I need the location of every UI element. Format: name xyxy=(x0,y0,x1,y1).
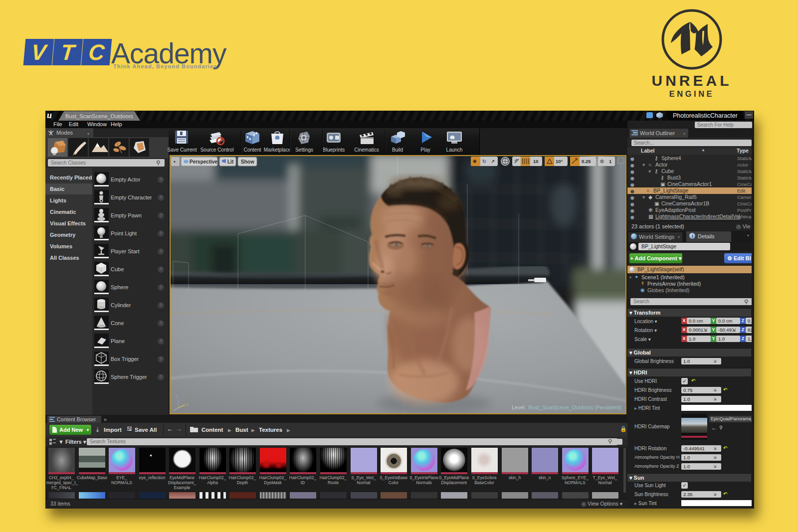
svg-text:Level: Bust_ScanScene_Outdoor: Level: Bust_ScanScene_Outdoors (Persiste… xyxy=(512,404,621,410)
svg-text:0.25: 0.25 xyxy=(582,159,591,164)
svg-text:UNREAL: UNREAL xyxy=(652,72,732,89)
svg-text:Perspective: Perspective xyxy=(190,159,218,165)
svg-text:Z: Z xyxy=(176,394,179,398)
svg-text:ENGINE: ENGINE xyxy=(669,89,714,98)
svg-text:⚙: ⚙ xyxy=(600,159,604,164)
svg-text:↗: ↗ xyxy=(491,159,495,164)
svg-text:✥: ✥ xyxy=(473,159,477,164)
svg-text:↻: ↻ xyxy=(482,159,486,164)
svg-text:Show: Show xyxy=(241,159,254,165)
svg-text:▾: ▾ xyxy=(174,160,176,164)
svg-text:Y: Y xyxy=(186,403,189,406)
svg-text:Lit: Lit xyxy=(227,159,234,165)
svg-text:10°: 10° xyxy=(556,159,563,164)
svg-text:10: 10 xyxy=(533,159,539,164)
svg-text:1: 1 xyxy=(609,159,612,164)
